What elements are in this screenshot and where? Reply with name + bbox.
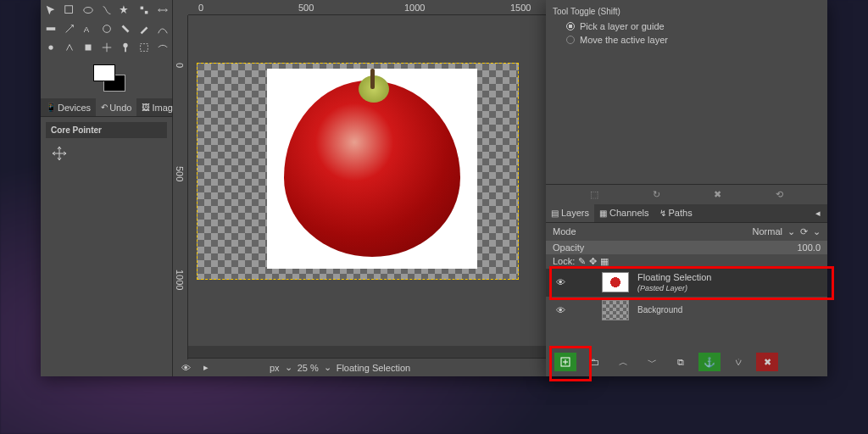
tool-7[interactable] (153, 1, 172, 19)
svg-point-1 (84, 8, 93, 14)
new-group-button[interactable]: 🗀 (583, 353, 605, 371)
mode-label: Mode (553, 226, 576, 236)
svg-rect-3 (145, 11, 148, 14)
lock-label: Lock: (553, 256, 575, 266)
opacity-label: Opacity (553, 242, 584, 253)
tab-channels[interactable]: ▦Channels (594, 204, 654, 222)
visibility-toggle[interactable]: 👁 (553, 305, 568, 315)
mode-select[interactable]: Normal (581, 226, 782, 236)
pasted-layer (267, 69, 477, 269)
tool-8[interactable] (42, 19, 60, 38)
nav-eye-icon[interactable]: 👁 (178, 360, 193, 376)
tool-13[interactable] (135, 19, 153, 38)
raise-layer-button[interactable]: ︿ (612, 353, 634, 371)
tab-paths[interactable]: ↯Paths (654, 204, 698, 222)
unit-dropdown-icon[interactable]: ⌄ (285, 362, 292, 373)
layer-background[interactable]: 👁 Background (546, 297, 827, 324)
mode-row: Mode Normal ⌄ ⟳ ⌄ (546, 223, 827, 241)
svg-rect-4 (47, 27, 56, 31)
layer-buttons: 🗀 ︿ ﹀ ⧉ ⚓ ⩒ ✖ (546, 348, 827, 376)
radio-icon (566, 36, 575, 44)
tool-11[interactable] (97, 19, 116, 38)
unit-select[interactable]: px (270, 363, 280, 373)
tool-1[interactable] (42, 1, 60, 19)
delete-layer-button[interactable]: ✖ (756, 353, 778, 371)
tool-15[interactable] (42, 38, 60, 57)
radio-pick-layer[interactable]: Pick a layer or guide (553, 19, 821, 33)
tool-16[interactable] (60, 38, 79, 57)
duplicate-layer-button[interactable]: ⧉ (670, 353, 692, 371)
opacity-row[interactable]: Opacity 100.0 (546, 241, 827, 254)
mode-reset-icon[interactable]: ⟳ (800, 226, 808, 237)
zoom-value[interactable]: 25 % (298, 363, 319, 373)
tool-10[interactable]: A (79, 19, 97, 38)
opacity-value: 100.0 (797, 242, 821, 253)
layer-tabs: ▤Layers ▦Channels ↯Paths ◂ (546, 204, 827, 223)
new-layer-button[interactable] (554, 353, 576, 371)
core-pointer-label: Core Pointer (46, 122, 167, 138)
layer-name: Floating Selection(Pasted Layer) (637, 272, 711, 293)
tool-21[interactable] (153, 38, 172, 57)
toolbox-panel: A 📱Devices ↶Undo 🖼Images ◂ Core Pointer (41, 0, 173, 376)
ruler-vertical: 0 500 1000 (173, 15, 188, 359)
tool-4[interactable] (97, 1, 116, 19)
tool-12[interactable] (116, 19, 135, 38)
lock-pixels-icon[interactable]: ✎ (578, 256, 586, 267)
tool-6[interactable] (135, 1, 153, 19)
tool-grid: A (41, 0, 172, 58)
tool-3[interactable] (79, 1, 97, 19)
tool-17[interactable] (79, 38, 97, 57)
tool-options-panel: Tool Toggle (Shift) Pick a layer or guid… (546, 0, 827, 184)
svg-point-6 (103, 25, 111, 33)
restore-icon[interactable]: ↻ (653, 189, 660, 200)
anchor-layer-button[interactable]: ⚓ (698, 353, 721, 371)
foreground-color[interactable] (93, 64, 115, 81)
dock-content: Core Pointer (41, 117, 172, 376)
ruler-horizontal: 0 500 1000 1500 (188, 0, 588, 15)
svg-rect-0 (65, 6, 73, 14)
layer-floating-selection[interactable]: 👁 Floating Selection(Pasted Layer) (546, 269, 827, 297)
layers-menu[interactable]: ◂ (809, 204, 827, 222)
apple-image (284, 81, 460, 257)
tab-layers[interactable]: ▤Layers (546, 204, 594, 222)
tool-18[interactable] (97, 38, 116, 57)
radio-move-active[interactable]: Move the active layer (553, 33, 821, 47)
tab-devices[interactable]: 📱Devices (41, 98, 96, 116)
reset-icon[interactable]: ⟲ (776, 189, 783, 200)
tool-20[interactable] (135, 38, 153, 57)
svg-rect-8 (86, 45, 92, 51)
lower-layer-button[interactable]: ﹀ (641, 353, 663, 371)
radio-icon (566, 22, 575, 31)
tool-14[interactable] (153, 19, 172, 38)
lock-position-icon[interactable]: ✥ (589, 256, 597, 267)
svg-rect-10 (125, 47, 126, 52)
delete-icon[interactable]: ✖ (714, 189, 721, 200)
layer-list: 👁 Floating Selection(Pasted Layer) 👁 Bac… (546, 269, 827, 324)
layer-thumbnail (602, 300, 629, 320)
scrollbar-horizontal[interactable] (188, 346, 576, 358)
tool-9[interactable] (60, 19, 79, 38)
lock-row: Lock: ✎ ✥ ▦ (546, 254, 827, 269)
gimp-main-window: A 📱Devices ↶Undo 🖼Images ◂ Core Pointer (41, 0, 588, 376)
merge-down-button[interactable]: ⩒ (727, 353, 749, 371)
mode-dropdown-icon[interactable]: ⌄ (787, 226, 795, 237)
canvas-image[interactable] (197, 63, 519, 280)
canvas-viewport[interactable] (188, 15, 588, 346)
color-swatch[interactable] (88, 63, 125, 93)
layer-name: Background (637, 305, 682, 315)
svg-rect-2 (141, 7, 144, 10)
mode-chevron-icon[interactable]: ⌄ (813, 226, 821, 237)
lock-alpha-icon[interactable]: ▦ (600, 256, 609, 267)
tab-undo[interactable]: ↶Undo (96, 98, 136, 116)
nav-arrow-icon[interactable]: ▸ (198, 360, 214, 376)
dock-tabs: 📱Devices ↶Undo 🖼Images ◂ (41, 98, 172, 117)
tool-5[interactable] (116, 1, 135, 19)
tool-19[interactable] (116, 38, 135, 57)
visibility-toggle[interactable]: 👁 (553, 277, 568, 287)
svg-point-9 (123, 43, 127, 47)
layer-thumbnail (602, 272, 629, 292)
save-icon[interactable]: ⬚ (590, 189, 598, 200)
tool-2[interactable] (60, 1, 79, 19)
tool-toggle-label: Tool Toggle (Shift) (553, 7, 821, 16)
zoom-dropdown-icon[interactable]: ⌄ (324, 362, 331, 373)
